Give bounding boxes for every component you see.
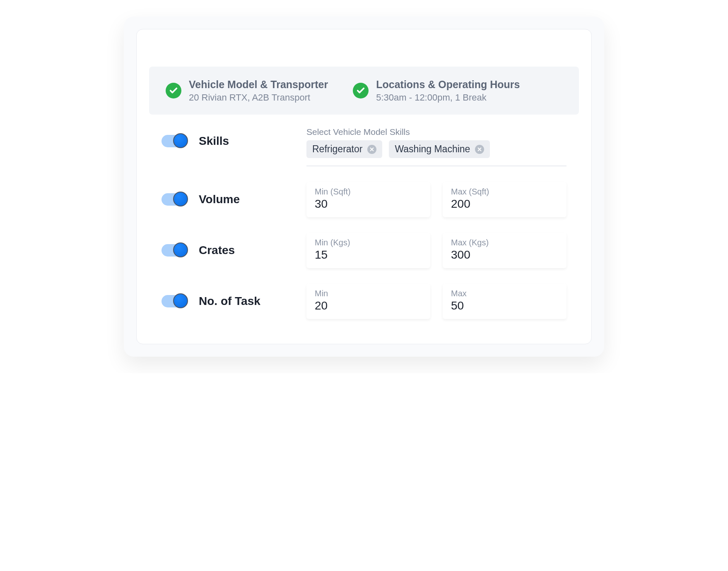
step-subtitle: 5:30am - 12:00pm, 1 Break [376,92,520,103]
row-skills: Skills Select Vehicle Model Skills Refri… [162,127,566,166]
label-skills: Skills [199,134,229,148]
volume-max-input[interactable] [451,197,558,211]
tag-refrigerator: Refrigerator [306,140,382,158]
tag-label: Refrigerator [312,144,362,155]
tasks-min-input[interactable] [315,299,422,312]
crates-min-box[interactable]: Min (Kgs) [306,233,430,268]
check-icon [353,83,369,98]
row-crates: Crates Min (Kgs) Max (Kgs) [162,233,566,268]
toggle-crates[interactable] [162,244,186,257]
outer-card: Vehicle Model & Transporter 20 Rivian RT… [124,17,604,357]
tasks-min-box[interactable]: Min [306,284,430,319]
step-subtitle: 20 Rivian RTX, A2B Transport [189,92,328,103]
steps-bar: Vehicle Model & Transporter 20 Rivian RT… [149,67,579,115]
toggle-skills[interactable] [162,135,186,147]
toggle-volume[interactable] [162,193,186,206]
crates-min-input[interactable] [315,248,422,262]
close-icon[interactable] [367,145,376,154]
tag-label: Washing Machine [395,144,470,155]
volume-min-input[interactable] [315,197,422,211]
row-tasks: No. of Task Min Max [162,284,566,319]
tag-washing-machine: Washing Machine [389,140,490,158]
label-tasks: No. of Task [199,295,260,308]
volume-max-box[interactable]: Max (Sqft) [443,182,566,217]
volume-min-box[interactable]: Min (Sqft) [306,182,430,217]
tasks-max-box[interactable]: Max [443,284,566,319]
inner-card: Vehicle Model & Transporter 20 Rivian RT… [136,29,592,344]
input-label: Max (Sqft) [451,187,558,197]
skills-field-label: Select Vehicle Model Skills [306,127,566,137]
input-label: Max (Kgs) [451,238,558,247]
label-crates: Crates [199,244,235,257]
input-label: Min (Kgs) [315,238,422,247]
close-icon[interactable] [475,145,484,154]
step-title: Vehicle Model & Transporter [189,78,328,91]
row-volume: Volume Min (Sqft) Max (Sqft) [162,182,566,217]
crates-max-input[interactable] [451,248,558,262]
check-icon [166,83,181,98]
step-locations-hours[interactable]: Locations & Operating Hours 5:30am - 12:… [353,78,520,103]
tasks-max-input[interactable] [451,299,558,312]
step-title: Locations & Operating Hours [376,78,520,91]
toggle-tasks[interactable] [162,295,186,307]
form-area: Skills Select Vehicle Model Skills Refri… [137,127,591,319]
input-label: Min [315,289,422,298]
skills-tags[interactable]: Refrigerator Washing Machine [306,140,566,166]
input-label: Min (Sqft) [315,187,422,197]
step-vehicle-model[interactable]: Vehicle Model & Transporter 20 Rivian RT… [166,78,328,103]
label-volume: Volume [199,193,240,206]
input-label: Max [451,289,558,298]
crates-max-box[interactable]: Max (Kgs) [443,233,566,268]
